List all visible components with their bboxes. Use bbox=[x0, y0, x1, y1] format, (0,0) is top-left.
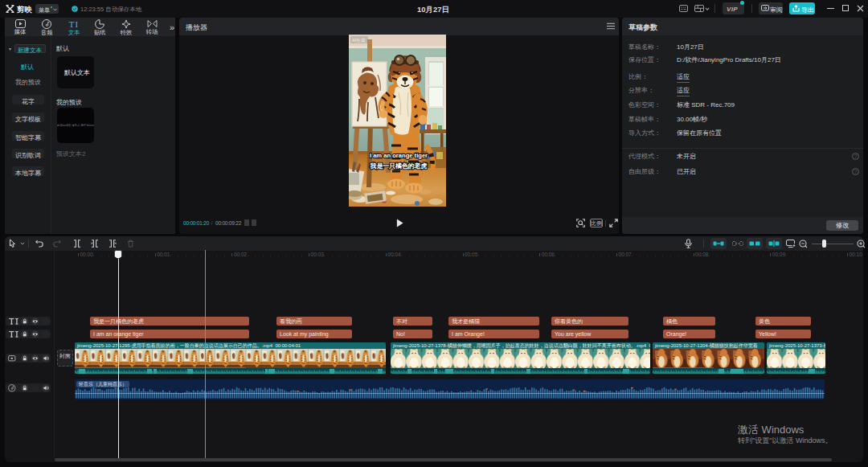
svg-text:AI生成: AI生成 bbox=[352, 38, 366, 43]
svg-text:西湖landf实 体乳式 因午停later: 西湖landf实 体乳式 因午停later bbox=[57, 124, 94, 127]
svg-text:我是一只橘色的老虎: 我是一只橘色的老虎 bbox=[369, 162, 427, 170]
svg-text:?: ? bbox=[854, 154, 858, 159]
svg-text:?: ? bbox=[854, 169, 858, 174]
svg-text:I am an orange tiger: I am an orange tiger bbox=[370, 152, 428, 159]
